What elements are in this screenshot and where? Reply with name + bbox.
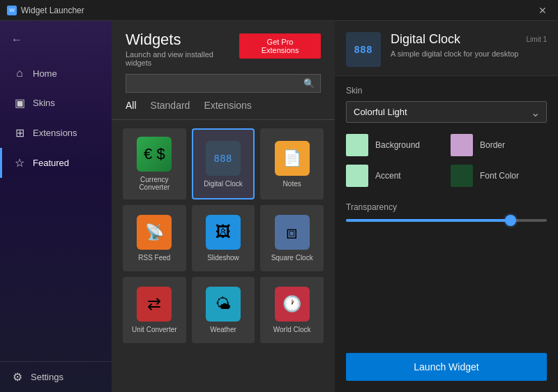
- sidebar-label-home: Home: [33, 68, 57, 79]
- sidebar-item-home[interactable]: ⌂ Home: [0, 59, 112, 88]
- slideshow-icon: 🖼: [206, 215, 241, 250]
- widget-card-notes[interactable]: 📄 Notes: [260, 128, 324, 199]
- header-title: Widgets: [126, 31, 239, 49]
- transparency-slider-fill: [346, 219, 511, 222]
- main-content: Widgets Launch and view installed widget…: [112, 21, 335, 392]
- transparency-label: Transparency: [346, 202, 547, 212]
- widget-card-weather[interactable]: 🌤 Weather: [192, 277, 255, 343]
- settings-icon: ⚙: [11, 370, 24, 384]
- accent-swatch[interactable]: [346, 165, 368, 187]
- home-icon: ⌂: [13, 67, 26, 80]
- accent-label: Accent: [375, 171, 401, 181]
- tab-all[interactable]: All: [126, 100, 137, 114]
- widget-card-square-clock[interactable]: ⧈ Square Clock: [260, 205, 324, 271]
- app-icon: W: [7, 6, 17, 15]
- rss-name: RSS Feed: [138, 254, 170, 262]
- widget-card-slideshow[interactable]: 🖼 Slideshow: [192, 205, 255, 271]
- transparency-slider-thumb[interactable]: [505, 215, 516, 226]
- launch-section: Launch Widget: [335, 353, 558, 392]
- featured-icon: ☆: [13, 156, 26, 169]
- extensions-icon: ⊞: [13, 126, 26, 140]
- preview-info: Digital Clock Limit 1 A simple digital c…: [391, 32, 547, 58]
- spacer: [335, 232, 558, 353]
- skin-section: Skin Colorful Light Dark Classic Minimal…: [335, 76, 558, 197]
- transparency-section: Transparency: [335, 197, 558, 232]
- tab-standard[interactable]: Standard: [151, 100, 190, 114]
- sidebar-label-featured: Featured: [33, 158, 69, 168]
- sidebar-item-featured[interactable]: ☆ Featured: [0, 148, 112, 178]
- colors-grid: Background Border Accent Font Color: [346, 134, 547, 187]
- square-clock-name: Square Clock: [271, 254, 313, 262]
- widget-card-rss[interactable]: 📡 RSS Feed: [123, 205, 186, 271]
- notes-icon: 📄: [275, 141, 310, 176]
- background-swatch[interactable]: [346, 134, 368, 156]
- preview-limit: Limit 1: [527, 36, 547, 43]
- sidebar-nav: ⌂ Home ▣ Skins ⊞ Extensions ☆ Featured: [0, 59, 112, 361]
- sidebar-item-extensions[interactable]: ⊞ Extensions: [0, 118, 112, 148]
- header-subtitle: Launch and view installed widgets: [126, 50, 239, 67]
- skin-select[interactable]: Colorful Light Dark Classic Minimal: [346, 101, 547, 123]
- close-button[interactable]: ✕: [534, 3, 551, 17]
- currency-icon: € $: [137, 137, 172, 172]
- launch-widget-button[interactable]: Launch Widget: [346, 353, 547, 381]
- transparency-slider-track[interactable]: [346, 219, 547, 222]
- widget-card-unit-converter[interactable]: ⇄ Unit Converter: [123, 277, 186, 343]
- color-item-border: Border: [451, 134, 547, 156]
- color-item-background: Background: [346, 134, 442, 156]
- right-panel: 888 Digital Clock Limit 1 A simple digit…: [335, 21, 558, 392]
- font-color-swatch[interactable]: [451, 165, 473, 187]
- search-icon: 🔍: [303, 78, 315, 89]
- world-clock-icon: 🕐: [275, 287, 310, 322]
- content-header: Widgets Launch and view installed widget…: [112, 21, 335, 74]
- preview-title: Digital Clock: [391, 32, 460, 47]
- font-color-label: Font Color: [480, 171, 519, 181]
- skin-label: Skin: [346, 86, 547, 96]
- sidebar-item-skins[interactable]: ▣ Skins: [0, 88, 112, 118]
- widget-card-world-clock[interactable]: 🕐 World Clock: [260, 277, 324, 343]
- titlebar-left: W Widget Launcher: [7, 6, 84, 15]
- preview-description: A simple digital clock for your desktop: [391, 50, 547, 58]
- pro-extensions-button[interactable]: Get Pro Extensions: [239, 33, 321, 59]
- unit-converter-name: Unit Converter: [132, 326, 176, 333]
- back-button[interactable]: ←: [0, 28, 112, 52]
- sidebar-label-extensions: Extensions: [33, 128, 77, 138]
- unit-converter-icon: ⇄: [137, 287, 172, 322]
- sidebar-label-skins: Skins: [33, 98, 55, 108]
- border-swatch[interactable]: [451, 134, 473, 156]
- preview-header: 888 Digital Clock Limit 1 A simple digit…: [335, 21, 558, 76]
- app-title: Widget Launcher: [21, 6, 84, 15]
- app-container: ← ⌂ Home ▣ Skins ⊞ Extensions ☆ Featured…: [0, 21, 558, 392]
- digital-clock-icon: 888: [206, 141, 241, 176]
- weather-name: Weather: [210, 326, 236, 333]
- sidebar-settings[interactable]: ⚙ Settings: [0, 361, 112, 392]
- weather-icon: 🌤: [206, 287, 241, 322]
- color-item-font-color: Font Color: [451, 165, 547, 187]
- widget-card-digital-clock[interactable]: 888 Digital Clock: [192, 128, 255, 199]
- currency-name: Currency Converter: [131, 176, 178, 191]
- preview-title-row: Digital Clock Limit 1: [391, 32, 547, 47]
- search-input[interactable]: [132, 78, 303, 89]
- tabs: All Standard Extensions: [112, 100, 335, 120]
- settings-label: Settings: [31, 372, 63, 382]
- preview-widget-icon: 888: [346, 32, 381, 67]
- digital-clock-name: Digital Clock: [204, 180, 243, 188]
- square-clock-icon: ⧈: [275, 215, 310, 250]
- background-label: Background: [375, 140, 420, 150]
- header-text: Widgets Launch and view installed widget…: [126, 31, 239, 67]
- titlebar: W Widget Launcher ✕: [0, 0, 558, 21]
- border-label: Border: [480, 140, 505, 150]
- skin-select-wrapper: Colorful Light Dark Classic Minimal: [346, 101, 547, 123]
- tab-extensions[interactable]: Extensions: [204, 100, 251, 114]
- slideshow-name: Slideshow: [207, 254, 239, 262]
- widget-card-currency[interactable]: € $ Currency Converter: [123, 128, 186, 199]
- color-item-accent: Accent: [346, 165, 442, 187]
- search-bar: 🔍: [126, 74, 321, 93]
- notes-name: Notes: [283, 180, 301, 188]
- rss-icon: 📡: [137, 215, 172, 250]
- widget-area: € $ Currency Converter 888 Digital Clock…: [112, 120, 335, 392]
- sidebar: ← ⌂ Home ▣ Skins ⊞ Extensions ☆ Featured…: [0, 21, 112, 392]
- skins-icon: ▣: [13, 96, 26, 110]
- widget-grid: € $ Currency Converter 888 Digital Clock…: [123, 128, 324, 343]
- world-clock-name: World Clock: [273, 326, 311, 333]
